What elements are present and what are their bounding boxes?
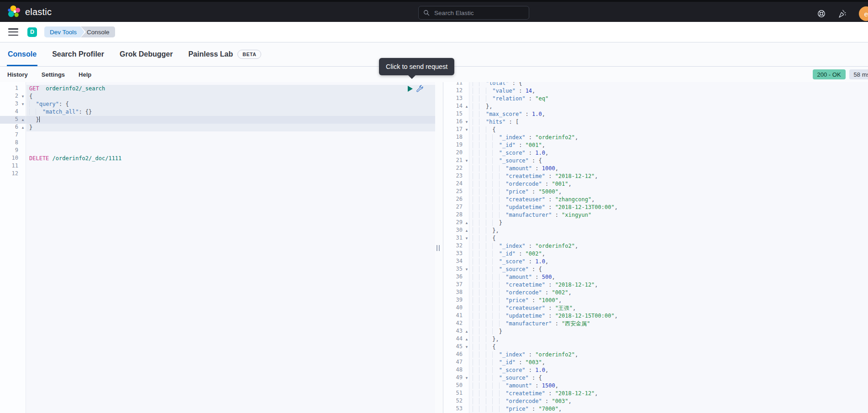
code-line[interactable]: 34 "_score" : 1.0, — [443, 258, 868, 266]
code-line[interactable]: 12 — [0, 170, 435, 178]
code-line[interactable]: 3▾ "query": { — [0, 100, 435, 108]
code-line[interactable]: 51 "createtime" : "2018-12-12", — [443, 390, 868, 397]
menu-hamburger-icon[interactable] — [8, 28, 18, 36]
help-menu-button[interactable]: Help — [79, 71, 91, 78]
code-text: "_source" : { — [470, 157, 868, 165]
code-line[interactable]: 15 "max_score" : 1.0, — [443, 110, 868, 118]
elastic-logo-text: elastic — [25, 7, 52, 17]
code-line[interactable]: 44▴ }, — [443, 335, 868, 343]
code-text: } — [470, 219, 868, 227]
code-line[interactable]: 20 "_score" : 1.0, — [443, 149, 868, 157]
line-number: 11 — [443, 82, 463, 87]
line-number: 5 — [0, 116, 19, 124]
code-text: "ordercode" : "003", — [470, 397, 868, 405]
code-line[interactable]: 38 "ordercode" : "002", — [443, 289, 868, 297]
search-input[interactable] — [433, 9, 524, 17]
breadcrumb-dev-tools[interactable]: Dev Tools — [44, 26, 80, 37]
code-line[interactable]: 16▾ "hits" : [ — [443, 118, 868, 126]
tab-search-profiler[interactable]: Search Profiler — [51, 42, 105, 66]
tab-console[interactable]: Console — [7, 42, 37, 66]
code-line[interactable]: 26 "createuser" : "zhangcong", — [443, 196, 868, 204]
code-line[interactable]: 9 — [0, 147, 435, 155]
code-line[interactable]: 30▴ }, — [443, 227, 868, 235]
code-line[interactable]: 35▾ "_source" : { — [443, 266, 868, 273]
code-line[interactable]: 12 "value" : 14, — [443, 87, 868, 95]
code-line[interactable]: 22 "amount" : 1000, — [443, 165, 868, 173]
tooltip-arrow — [408, 75, 416, 79]
send-request-button[interactable] — [407, 85, 413, 92]
line-number: 53 — [443, 405, 463, 413]
line-number: 19 — [443, 141, 463, 149]
code-line[interactable]: 11 — [0, 162, 435, 170]
space-avatar[interactable]: D — [27, 27, 37, 37]
code-line[interactable]: 46 "_index" : "orderinfo2", — [443, 351, 868, 359]
code-line[interactable]: 49▾ "_source" : { — [443, 374, 868, 382]
panel-resizer[interactable] — [435, 82, 443, 413]
code-line[interactable]: 13 "relation" : "eq" — [443, 95, 868, 103]
code-line[interactable]: 21▾ "_source" : { — [443, 157, 868, 165]
code-line[interactable]: 36 "amount" : 500, — [443, 273, 868, 281]
line-number: 12 — [443, 87, 463, 95]
line-number: 51 — [443, 390, 463, 397]
code-line[interactable]: 19 "_id" : "001", — [443, 141, 868, 149]
code-text: }, — [470, 103, 868, 110]
code-text: "price" : "5000", — [470, 188, 868, 196]
code-line[interactable]: 1GET orderinfo2/_search — [0, 85, 435, 93]
code-line[interactable]: 10DELETE /orderinfo2/_doc/1111 — [0, 155, 435, 162]
code-line[interactable]: 45▾ { — [443, 343, 868, 351]
code-line[interactable]: 42 "manufacturer" : "西安金属" — [443, 320, 868, 328]
code-line[interactable]: 6▴} — [0, 124, 435, 131]
code-line[interactable]: 24 "ordercode" : "001", — [443, 180, 868, 188]
code-line[interactable]: 52 "ordercode" : "003", — [443, 397, 868, 405]
code-text: "_index" : "orderinfo2", — [470, 242, 868, 250]
code-line[interactable]: 50 "amount" : 1500, — [443, 382, 868, 390]
code-line[interactable]: 39 "price" : "1000", — [443, 297, 868, 304]
code-text: }, — [470, 335, 868, 343]
code-line[interactable]: 11 "total" : { — [443, 82, 868, 87]
code-line[interactable]: 31▾ { — [443, 235, 868, 242]
code-text: GET orderinfo2/_search — [26, 85, 435, 93]
request-options-button[interactable] — [416, 85, 423, 93]
response-viewer[interactable]: 11 "total" : {12 "value" : 14,13 "relati… — [443, 82, 868, 413]
code-line[interactable]: 2▾{ — [0, 93, 435, 100]
code-line[interactable]: 29▴ } — [443, 219, 868, 227]
user-avatar[interactable]: e — [859, 6, 868, 21]
code-line[interactable]: 41 "updatetime" : "2018-12-15T00:00", — [443, 312, 868, 320]
code-line[interactable]: 53 "price" : "7000", — [443, 405, 868, 413]
code-line[interactable]: 37 "createtime" : "2018-12-12", — [443, 281, 868, 289]
code-line[interactable]: 32 "_index" : "orderinfo2", — [443, 242, 868, 250]
help-button[interactable] — [817, 9, 826, 18]
request-editor[interactable]: 1GET orderinfo2/_search2▾{3▾ "query": {4… — [0, 82, 435, 413]
line-number: 38 — [443, 289, 463, 297]
code-text: "price" : "1000", — [470, 297, 868, 304]
settings-menu-button[interactable]: Settings — [42, 71, 65, 78]
response-gutter-divider — [469, 82, 469, 413]
code-line[interactable]: 28 "manufacturer" : "xingyun" — [443, 211, 868, 219]
code-line[interactable]: 4 "match_all": {} — [0, 108, 435, 116]
line-number: 34 — [443, 258, 463, 266]
code-line[interactable]: 33 "_id" : "002", — [443, 250, 868, 258]
tab-grok-debugger[interactable]: Grok Debugger — [119, 42, 174, 66]
newsfeed-button[interactable] — [838, 9, 847, 18]
code-line[interactable]: 48 "_score" : 1.0, — [443, 366, 868, 374]
code-line[interactable]: 25 "price" : "5000", — [443, 188, 868, 196]
code-line[interactable]: 14▴ }, — [443, 103, 868, 110]
request-code-lines[interactable]: 1GET orderinfo2/_search2▾{3▾ "query": {4… — [0, 82, 435, 178]
code-line[interactable]: 40 "createuser" : "王强", — [443, 304, 868, 312]
code-line[interactable]: 18 "_index" : "orderinfo2", — [443, 134, 868, 141]
code-text: "createtime" : "2018-12-12", — [470, 390, 868, 397]
history-menu-button[interactable]: History — [7, 71, 28, 78]
code-line[interactable]: 5▴ } — [0, 116, 435, 124]
code-line[interactable]: 43▴ } — [443, 328, 868, 335]
code-line[interactable]: 8 — [0, 139, 435, 147]
code-line[interactable]: 47 "_id" : "003", — [443, 359, 868, 366]
global-search[interactable] — [418, 6, 529, 20]
line-number: 27 — [443, 204, 463, 211]
tab-painless-lab[interactable]: Painless Lab BETA — [187, 42, 262, 66]
code-line[interactable]: 7 — [0, 131, 435, 139]
code-text: "updatetime" : "2018-12-15T00:00", — [470, 312, 868, 320]
code-line[interactable]: 27 "updatetime" : "2018-12-13T00:00", — [443, 204, 868, 211]
code-line[interactable]: 23 "createtime" : "2018-12-12", — [443, 173, 868, 180]
code-line[interactable]: 17▾ { — [443, 126, 868, 134]
line-number: 21 — [443, 157, 463, 165]
